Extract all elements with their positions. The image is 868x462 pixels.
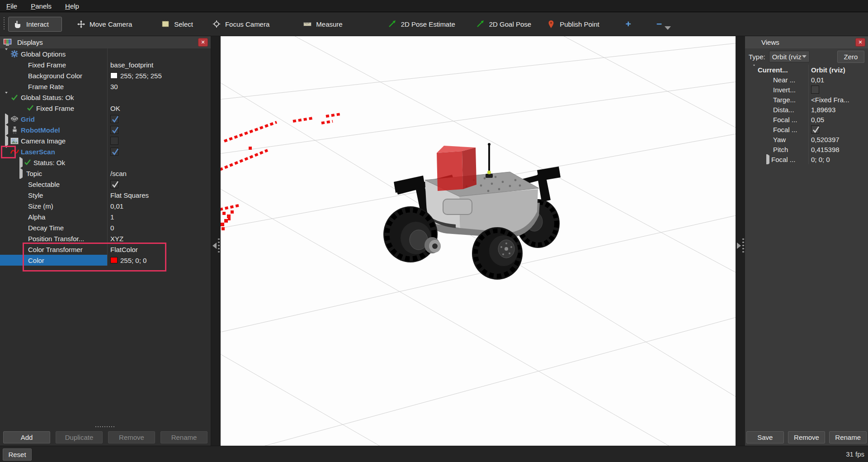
add-display-button[interactable]: Add [3,431,50,443]
menu-panels[interactable]: Panels [31,2,52,10]
tool-2d-goal-pose[interactable]: 2D Goal Pose [476,20,531,28]
row-background-color[interactable]: Background Color 255; 255; 255 [0,70,211,81]
view-row-distance[interactable]: Dista... 1,89693 [745,105,868,114]
chevron-down-icon[interactable] [752,65,756,74]
row-size[interactable]: Size (m) 0,01 [0,200,211,211]
chevron-right-icon[interactable] [19,157,23,168]
rename-view-button[interactable]: Rename [829,431,867,443]
view-row-yaw[interactable]: Yaw 0,520397 [745,134,868,144]
3d-scene-canvas [221,36,736,446]
view-row-pitch[interactable]: Pitch 0,415398 [745,144,868,154]
menu-help[interactable]: Help [65,2,79,10]
remove-view-button[interactable]: Remove [788,431,826,443]
laserscan-color-swatch[interactable] [110,257,118,263]
view-row-near[interactable]: Near ... 0,01 [745,75,868,85]
chevron-right-icon[interactable] [766,154,769,164]
rename-display-button[interactable]: Rename [160,431,208,443]
invert-checkbox[interactable] [811,86,819,94]
robot-icon [10,126,19,134]
rviz-window: File Panels Help Interact Move Camera Se… [0,0,868,462]
remove-tool-button[interactable]: − [656,19,662,29]
view-type-dropdown[interactable]: Orbit (rviz [769,51,810,62]
chevron-right-icon[interactable] [5,114,8,124]
check-ok-icon [10,95,19,100]
green-arrow-icon [476,20,485,28]
chevron-right-icon[interactable] [19,168,23,179]
chevron-right-icon[interactable] [5,124,8,135]
view-row-focal-shape-size[interactable]: Focal ... 0,05 [745,114,868,124]
views-close-icon[interactable]: ✕ [855,38,865,47]
laserscan-expand-chevron-down-icon[interactable] [4,146,9,156]
views-panel-header[interactable]: Views ✕ [745,36,868,48]
tool-measure[interactable]: Measure [303,20,342,28]
menu-file[interactable]: File [6,2,17,10]
row-color-transformer[interactable]: Color Transformer FlatColor [0,244,211,255]
check-ok-icon [24,159,31,167]
robotmodel-checkbox[interactable] [110,126,118,134]
row-color[interactable]: Color 255; 0; 0 [0,255,211,266]
toolbar-overflow-arrow-icon[interactable] [665,26,671,30]
add-tool-button[interactable]: + [626,19,631,29]
view-row-focal-point[interactable]: Focal ... 0; 0; 0 [745,154,868,164]
toolbar: Interact Move Camera Select Focus Camera… [0,12,868,36]
background-color-swatch[interactable] [110,72,118,79]
row-robotmodel-display[interactable]: RobotModel [0,124,211,135]
row-selectable[interactable]: Selectable [0,179,211,190]
zero-button[interactable]: Zero [837,51,864,63]
view-row-focal-shape-fixed[interactable]: Focal ... [745,124,868,134]
row-laserscan-status[interactable]: Status: Ok [0,157,211,168]
robot-antenna [486,143,493,178]
displays-panel: Displays ✕ Global Options Fixed Frame ba… [0,36,211,446]
row-global-options[interactable]: Global Options [0,48,211,59]
splitter-dots [742,238,744,253]
row-global-status[interactable]: Global Status: Ok [0,92,211,103]
tool-publish-point[interactable]: Publish Point [547,20,599,28]
row-style[interactable]: Style Flat Squares [0,190,211,200]
toolbar-drag-handle[interactable] [3,17,5,31]
reset-button[interactable]: Reset [3,448,32,461]
view-row-invert[interactable]: Invert... [745,85,868,95]
displays-close-icon[interactable]: ✕ [198,38,208,47]
row-alpha[interactable]: Alpha 1 [0,211,211,222]
duplicate-display-button[interactable]: Duplicate [56,431,103,443]
row-global-status-fixed-frame[interactable]: Fixed Frame OK [0,103,211,114]
save-view-button[interactable]: Save [746,431,784,443]
row-laserscan-display[interactable]: LaserScan [0,146,211,157]
chevron-down-icon[interactable] [4,48,9,58]
splitter-dots [218,238,220,253]
camera-image-checkbox[interactable] [110,137,118,145]
remove-display-button[interactable]: Remove [108,431,155,443]
views-panel-title: Views [761,38,779,46]
row-camera-image-display[interactable]: Camera Image [0,135,211,146]
chevron-down-icon[interactable] [4,92,9,101]
row-position-transformer[interactable]: Position Transfor... XYZ [0,233,211,244]
laser-highlight-box [437,146,476,191]
grid-checkbox[interactable] [110,115,118,123]
panel-resize-handle[interactable] [95,426,115,428]
tool-focus-camera[interactable]: Focus Camera [212,20,269,28]
collapse-left-icon[interactable] [212,243,217,249]
row-grid-display[interactable]: Grid [0,114,211,124]
chevron-right-icon[interactable] [5,135,8,146]
collapse-right-icon[interactable] [737,243,741,249]
row-topic[interactable]: Topic /scan [0,168,211,179]
selectable-checkbox[interactable] [110,180,118,188]
focal-shape-checkbox[interactable] [811,125,819,133]
right-splitter[interactable] [736,36,745,446]
tool-select[interactable]: Select [161,20,193,28]
3d-viewport[interactable] [221,36,736,446]
tool-move-camera[interactable]: Move Camera [76,20,132,28]
views-type-row: Type: Orbit (rviz Zero [745,48,868,65]
displays-panel-header[interactable]: Displays ✕ [0,36,211,48]
views-panel: Views ✕ Type: Orbit (rviz Zero Current..… [745,36,868,446]
laserscan-checkbox[interactable] [110,148,118,156]
tool-interact[interactable]: Interact [8,17,62,32]
view-row-current[interactable]: Current... Orbit (rviz) [745,65,868,75]
gear-icon [10,50,19,57]
left-splitter[interactable] [211,36,221,446]
row-decay-time[interactable]: Decay Time 0 [0,222,211,233]
tool-2d-pose-estimate[interactable]: 2D Pose Estimate [388,20,455,28]
row-frame-rate[interactable]: Frame Rate 30 [0,81,211,92]
view-row-target[interactable]: Targe... <Fixed Fra... [745,95,868,105]
row-fixed-frame[interactable]: Fixed Frame base_footprint [0,59,211,70]
